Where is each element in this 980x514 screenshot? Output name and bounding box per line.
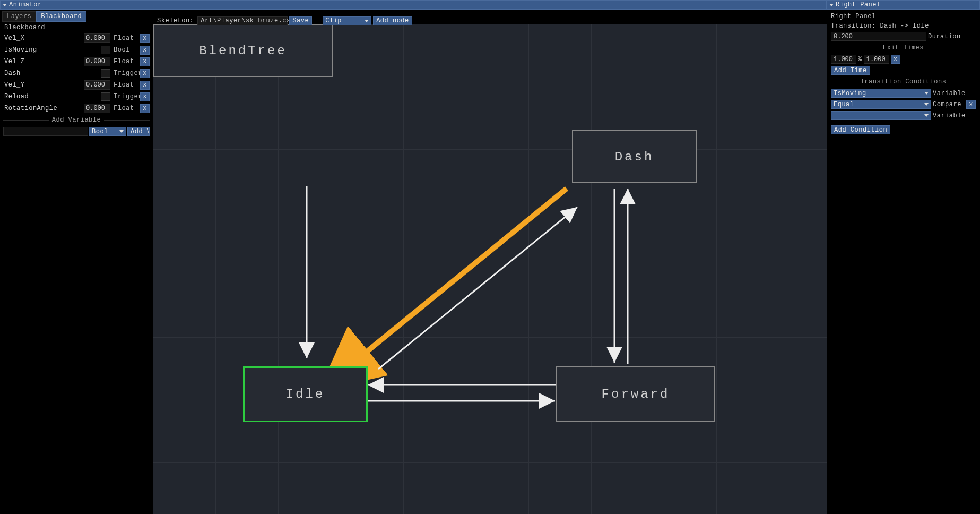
condition-compare-dropdown[interactable]: Equal [831, 100, 931, 109]
right-panel: Right Panel Transition: Dash -> Idle Dur… [827, 10, 980, 514]
remove-condition-button[interactable]: X [966, 100, 976, 109]
animator-title: Animator [9, 1, 42, 8]
exit-time-a-input[interactable] [831, 55, 856, 64]
duration-label: Duration [928, 33, 961, 40]
svg-line-2 [378, 207, 577, 369]
add-variable-type-value: Bool [92, 128, 108, 135]
transition-conditions-header[interactable]: Transition Conditions [829, 76, 978, 88]
variable-row: RotationAngleFloatX [0, 102, 153, 114]
right-panel-title: Right Panel [836, 1, 881, 8]
variable-row: Vel_XFloatX [0, 32, 153, 44]
exit-times-header[interactable]: Exit Times [829, 42, 978, 54]
svg-line-1 [360, 189, 567, 357]
dropdown-icon [924, 114, 929, 117]
variable-name: Vel_Y [3, 81, 83, 89]
node-dash[interactable]: Dash [572, 130, 697, 183]
variable-type-label: Float [111, 58, 139, 65]
skeleton-path-field[interactable]: Art\Player\sk_bruze.csk [197, 16, 288, 25]
variable-name: RotationAngle [3, 105, 83, 112]
variable-checkbox[interactable] [101, 46, 110, 54]
collapse-icon[interactable] [829, 4, 834, 6]
tab-blackboard[interactable]: Blackboard [36, 11, 86, 22]
remove-variable-button[interactable]: X [140, 46, 150, 55]
condition-compare-value: Equal [834, 101, 854, 108]
exit-time-b-input[interactable] [864, 55, 889, 64]
add-variable-button[interactable]: Add V… [127, 127, 150, 136]
save-button[interactable]: Save [289, 16, 312, 25]
variable-value-input[interactable] [84, 57, 110, 66]
remove-variable-button[interactable]: X [140, 34, 150, 43]
clip-dropdown-label: Clip [325, 17, 342, 24]
percent-label: % [858, 56, 862, 63]
divider [3, 120, 49, 121]
collapse-icon[interactable] [3, 4, 7, 6]
clip-dropdown[interactable]: Clip [323, 16, 371, 25]
variable-type-label: Trigger [111, 70, 139, 77]
condition-value-dropdown[interactable] [831, 111, 931, 120]
variable-checkbox[interactable] [101, 92, 110, 101]
add-node-button[interactable]: Add node [373, 16, 412, 25]
dropdown-icon [924, 103, 929, 106]
add-variable-type-dropdown[interactable]: Bool [89, 127, 126, 136]
remove-variable-button[interactable]: X [140, 81, 150, 90]
left-tabbar: Layers Blackboard [0, 10, 153, 22]
remove-exit-time-button[interactable]: X [891, 55, 900, 64]
dropdown-icon [924, 92, 929, 95]
divider [832, 48, 880, 48]
dropdown-icon [365, 20, 369, 22]
variable-value-input[interactable] [84, 33, 110, 43]
transition-arrows [153, 24, 827, 514]
variable-checkbox[interactable] [101, 69, 110, 78]
variable-type-label: Float [111, 35, 139, 42]
condition-variable-label: Variable [933, 90, 965, 97]
variable-row: DashTriggerX [0, 67, 153, 79]
skeleton-label: Skeleton: [157, 17, 196, 24]
node-label: Dash [615, 150, 654, 164]
tab-layers[interactable]: Layers [2, 11, 36, 22]
node-forward[interactable]: Forward [556, 366, 715, 422]
canvas-toolbar: Skeleton: Art\Player\sk_bruze.csk Save C… [153, 15, 417, 27]
exit-times-label: Exit Times [883, 44, 924, 52]
variable-value-input[interactable] [84, 104, 110, 113]
node-label: Forward [602, 387, 670, 401]
variable-row: Vel_ZFloatX [0, 56, 153, 67]
variable-type-label: Float [111, 81, 139, 89]
add-variable-name-input[interactable] [3, 127, 88, 136]
remove-variable-button[interactable]: X [140, 57, 150, 66]
transition-conditions-label: Transition Conditions [861, 78, 947, 85]
node-blendtree[interactable]: BlendTree [153, 24, 333, 77]
add-condition-button[interactable]: Add Condition [831, 125, 890, 134]
dropdown-icon [119, 130, 124, 133]
right-panel-header: Right Panel [831, 13, 876, 20]
condition-variable-dropdown[interactable]: IsMoving [831, 89, 931, 98]
node-label: Idle [286, 387, 325, 401]
condition-variable-value: IsMoving [834, 90, 866, 97]
divider [104, 120, 150, 121]
right-panel-window-title-bar[interactable]: Right Panel [827, 0, 980, 10]
animator-window-title-bar[interactable]: Animator [0, 0, 827, 10]
graph-canvas[interactable]: BlendTree Dash Idle Forward [153, 24, 827, 514]
variable-row: IsMovingBoolX [0, 44, 153, 56]
remove-variable-button[interactable]: X [140, 69, 150, 78]
variable-name: Reload [3, 93, 100, 100]
remove-variable-button[interactable]: X [140, 92, 150, 101]
add-variable-header[interactable]: Add Variable [0, 114, 153, 126]
variable-name: Dash [3, 70, 100, 77]
add-variable-row: Bool Add V… [0, 126, 153, 137]
add-variable-label: Add Variable [52, 116, 101, 124]
divider [832, 82, 857, 82]
variable-name: Vel_X [3, 35, 83, 42]
duration-input[interactable] [831, 32, 926, 41]
divider [949, 82, 975, 82]
condition-value-label: Variable [933, 112, 965, 119]
condition-compare-label: Compare [933, 101, 965, 108]
variable-row: Vel_YFloatX [0, 79, 153, 91]
node-label: BlendTree [199, 44, 287, 58]
variable-name: Vel_Z [3, 58, 83, 65]
remove-variable-button[interactable]: X [140, 104, 150, 113]
variable-type-label: Trigger [111, 93, 139, 100]
variable-value-input[interactable] [84, 80, 110, 90]
node-idle[interactable]: Idle [243, 366, 368, 422]
left-panel: Layers Blackboard Blackboard Vel_XFloatX… [0, 10, 153, 514]
add-time-button[interactable]: Add Time [831, 66, 870, 75]
